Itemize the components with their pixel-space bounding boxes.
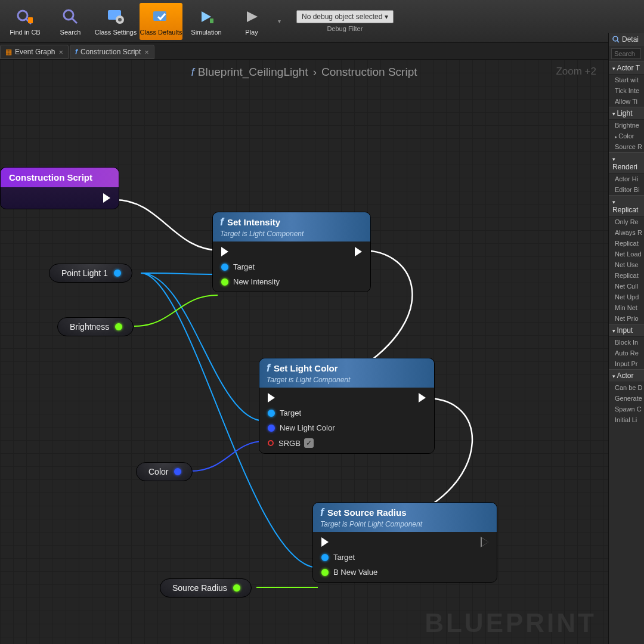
details-section[interactable]: Input [609,324,644,337]
svg-line-4 [72,18,77,23]
details-item[interactable]: Brightne [609,120,644,131]
details-item[interactable]: Tick Inte [609,85,644,96]
details-item[interactable]: Input Pr [609,358,644,369]
svg-point-7 [118,18,122,21]
svg-marker-9 [202,11,211,22]
details-item[interactable]: Net Load [609,249,644,259]
pin-out[interactable] [174,468,181,475]
details-item[interactable]: Block In [609,337,644,348]
details-section[interactable]: Light [609,107,644,120]
details-item[interactable]: Allow Ti [609,96,644,107]
watermark: BLUEPRINT [425,608,596,638]
svg-rect-2 [28,17,33,23]
details-item[interactable]: Replicat [609,270,644,281]
close-icon[interactable]: × [58,48,63,57]
tab-construction-script[interactable]: fConstruction Script× [70,45,154,59]
details-item[interactable]: Initial Li [609,414,644,425]
details-item[interactable]: Can be D [609,382,644,393]
svg-rect-10 [210,18,213,23]
close-icon[interactable]: × [144,48,149,57]
details-item[interactable]: Source R [609,141,644,152]
play-button[interactable]: Play [230,3,273,40]
details-item[interactable]: Net Cull [609,281,644,292]
details-item[interactable]: Actor Hi [609,174,644,184]
svg-line-13 [617,41,619,42]
pin-srgb[interactable] [268,440,274,446]
pin-target[interactable] [221,264,228,271]
exec-out-pin[interactable] [103,193,110,203]
details-item[interactable]: Color [609,131,644,141]
pin-new-value[interactable] [321,569,329,576]
details-item[interactable]: Always R [609,227,644,238]
details-item[interactable]: Editor Bi [609,184,644,195]
details-section[interactable]: Actor T [609,61,644,75]
pin-target[interactable] [321,554,329,561]
toolbar: Find in CB Search Class Settings Class D… [0,0,644,43]
details-item[interactable]: Net Upd [609,292,644,302]
search-button[interactable]: Search [49,3,92,40]
details-item[interactable]: Generate [609,393,644,404]
svg-marker-11 [247,11,258,22]
details-item[interactable]: Start wit [609,75,644,85]
node-set-source-radius[interactable]: fSet Source RadiusTarget is Point Light … [312,502,497,583]
svg-point-3 [64,10,73,20]
details-item[interactable]: Net Use [609,259,644,270]
details-panel: Detai Actor TStart witTick InteAllow TiL… [608,33,644,644]
pin-new-light-color[interactable] [268,425,275,432]
details-item[interactable]: Spawn C [609,404,644,414]
svg-point-0 [18,11,27,20]
var-color[interactable]: Color [136,462,193,481]
pin-new-intensity[interactable] [221,278,228,286]
breadcrumb: fBlueprint_CeilingLight›Construction Scr… [0,66,608,79]
details-item[interactable]: Replicat [609,238,644,249]
var-source-radius[interactable]: Source Radius [160,578,252,597]
node-set-light-color[interactable]: fSet Light ColorTarget is Light Componen… [259,358,435,454]
details-section[interactable]: Replicat [609,195,644,216]
graph-canvas[interactable]: fBlueprint_CeilingLight›Construction Scr… [0,60,608,644]
details-section[interactable]: Renderi [609,152,644,174]
var-point-light[interactable]: Point Light 1 [49,264,132,283]
exec-in-pin[interactable] [268,393,275,402]
zoom-label: Zoom +2 [556,66,596,78]
graph-tabs: ▦Event Graph× fConstruction Script× [0,43,644,60]
exec-in-pin[interactable] [321,537,329,547]
details-section[interactable]: Actor [609,369,644,382]
pin-out[interactable] [115,323,122,330]
wires [0,60,608,644]
pin-out[interactable] [114,270,121,277]
details-item[interactable]: Min Net [609,302,644,313]
debug-object-select[interactable]: No debug object selected ▾ [296,10,394,23]
details-item[interactable]: Net Prio [609,313,644,324]
class-settings-button[interactable]: Class Settings [94,3,137,40]
exec-out-pin[interactable] [355,247,362,256]
details-header: Detai [609,33,644,46]
pin-target[interactable] [268,410,275,417]
tab-event-graph[interactable]: ▦Event Graph× [0,45,69,59]
srgb-checkbox[interactable]: ✓ [304,438,314,448]
exec-out-pin[interactable] [481,537,488,547]
class-defaults-button[interactable]: Class Defaults [140,3,182,40]
node-set-intensity[interactable]: fSet IntensityTarget is Light Component … [212,212,371,292]
exec-in-pin[interactable] [221,247,228,256]
find-in-cb-button[interactable]: Find in CB [4,3,47,40]
details-item[interactable]: Only Re [609,216,644,227]
debug-filter: No debug object selected ▾ Debug Filter [296,10,394,32]
details-search[interactable] [611,48,641,59]
details-item[interactable]: Auto Re [609,348,644,358]
exec-out-pin[interactable] [419,393,426,402]
node-construction-script[interactable]: Construction Script [0,167,119,209]
simulation-button[interactable]: Simulation [185,3,228,40]
svg-point-12 [613,36,618,41]
pin-out[interactable] [233,584,240,592]
var-brightness[interactable]: Brightness [57,317,134,336]
